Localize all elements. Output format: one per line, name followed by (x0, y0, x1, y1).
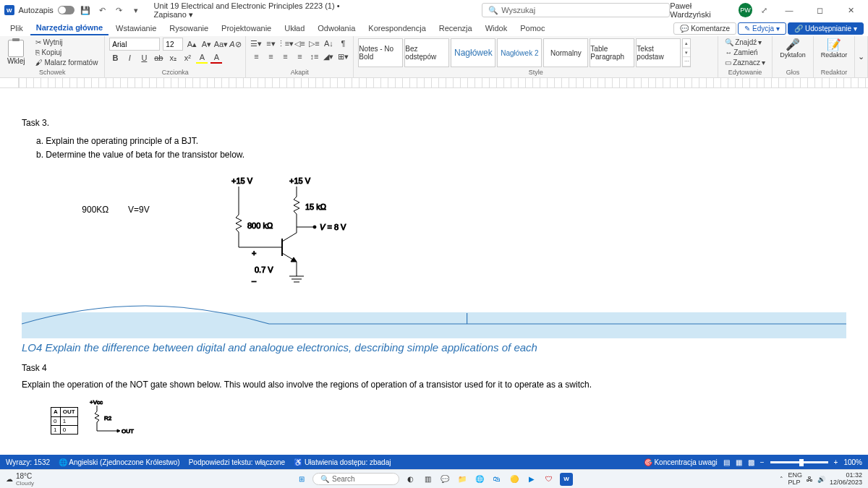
security-icon[interactable]: 🛡 (542, 473, 556, 486)
style-item[interactable]: Normalny (543, 38, 588, 67)
subscript-button[interactable]: x₂ (167, 52, 179, 64)
multilevel-button[interactable]: ⋮≡▾ (279, 38, 291, 49)
chat-icon[interactable]: 💬 (438, 473, 451, 486)
styles-scroll[interactable]: ▴▾⋯ (682, 38, 691, 67)
zoom-level[interactable]: 100% (843, 458, 862, 466)
search-box[interactable]: 🔍 Wyszukaj (482, 3, 670, 17)
zoom-in[interactable]: + (834, 458, 838, 466)
redo-icon[interactable]: ↷ (113, 4, 125, 17)
volume-icon[interactable]: 🔊 (817, 476, 825, 483)
tab-draw[interactable]: Rysowanie (163, 22, 214, 35)
style-item[interactable]: Nagłówek (451, 38, 495, 67)
close-button[interactable]: ✕ (838, 1, 864, 19)
align-right-button[interactable]: ≡ (279, 51, 291, 62)
tab-review[interactable]: Recenzja (433, 22, 478, 35)
ruler[interactable] (0, 78, 868, 88)
bold-button[interactable]: B (109, 52, 121, 64)
editing-mode-button[interactable]: ✎ Edycja ▾ (738, 22, 786, 35)
copy-button[interactable]: ⎘ Kopiuj (33, 48, 100, 57)
style-item[interactable]: Table Paragraph (590, 38, 634, 67)
clear-formatting-button[interactable]: A⊘ (229, 38, 241, 50)
save-icon[interactable]: 💾 (79, 4, 91, 17)
taskbar-search[interactable]: 🔍 Search (312, 473, 399, 485)
format-painter-button[interactable]: 🖌 Malarz formatów (33, 58, 100, 67)
tab-help[interactable]: Pomoc (514, 22, 550, 35)
chrome-icon[interactable]: 🟡 (508, 473, 521, 486)
undo-icon[interactable]: ↶ (95, 4, 108, 17)
comments-button[interactable]: 💬 Komentarze (673, 22, 736, 35)
tab-mailings[interactable]: Korespondencja (362, 22, 432, 35)
align-left-button[interactable]: ≡ (250, 51, 262, 62)
copilot-icon[interactable]: ◐ (404, 473, 417, 486)
document-area[interactable]: Task 3. a. Explain the operating princip… (0, 78, 868, 455)
weather-widget[interactable]: ☁ 18°C Cloudy (6, 472, 34, 487)
system-clock[interactable]: 01:32 12/06/2023 (830, 472, 862, 487)
view-print-icon[interactable]: ▦ (736, 458, 742, 466)
app-icon[interactable]: ▶ (525, 473, 538, 486)
tray-chevron-icon[interactable]: ˄ (780, 476, 783, 483)
dictate-button[interactable]: 🎤 Dyktafon (777, 38, 809, 59)
document-page[interactable]: Task 3. a. Explain the operating princip… (0, 88, 868, 442)
font-name-select[interactable] (109, 38, 160, 51)
shading-button[interactable]: ◢▾ (323, 51, 334, 62)
tab-references[interactable]: Odwołania (312, 22, 361, 35)
style-item[interactable]: Tekst podstaw (636, 38, 681, 67)
document-title[interactable]: Unit 19 Electrical and Electronic Princi… (154, 1, 374, 20)
collapse-ribbon[interactable]: ⌄ (855, 36, 868, 77)
underline-button[interactable]: U (138, 52, 150, 64)
increase-indent-button[interactable]: ▷≡ (308, 38, 320, 49)
borders-button[interactable]: ⊞▾ (337, 51, 349, 62)
tab-home[interactable]: Narzędzia główne (30, 21, 109, 35)
align-center-button[interactable]: ≡ (265, 51, 276, 62)
qat-more-icon[interactable]: ▾ (129, 4, 142, 17)
language-status[interactable]: 🌐 Angielski (Zjednoczone Królestwo) (59, 458, 180, 466)
text-predictions[interactable]: Podpowiedzi tekstu: włączone (189, 458, 285, 466)
start-button[interactable]: ⊞ (295, 473, 308, 486)
user-avatar[interactable]: PW (739, 3, 752, 17)
share-button[interactable]: 🔗 Udostępnianie ▾ (788, 22, 864, 35)
input-lang2[interactable]: PLP (788, 479, 802, 487)
word-count[interactable]: Wyrazy: 1532 (6, 458, 50, 466)
bullets-button[interactable]: ☰▾ (250, 38, 262, 49)
tab-layout[interactable]: Układ (278, 22, 310, 35)
view-web-icon[interactable]: ▩ (748, 458, 754, 466)
strikethrough-button[interactable]: ab (153, 52, 164, 64)
font-size-select[interactable] (163, 38, 183, 51)
numbering-button[interactable]: ≡▾ (265, 38, 276, 49)
cut-button[interactable]: ✂ Wytnij (33, 38, 100, 47)
focus-mode[interactable]: 🎯 Koncentracja uwagi (644, 458, 718, 466)
maximize-button[interactable]: ◻ (807, 1, 833, 19)
replace-button[interactable]: ↔ Zamień (723, 48, 767, 57)
word-taskbar-icon[interactable]: W (560, 473, 573, 486)
tab-view[interactable]: Widok (480, 22, 514, 35)
edge-icon[interactable]: 🌐 (473, 473, 486, 486)
accessibility-status[interactable]: ♿ Ułatwienia dostępu: zbadaj (294, 458, 391, 466)
autosave-toggle[interactable] (58, 6, 75, 14)
store-icon[interactable]: 🛍 (490, 473, 503, 486)
zoom-slider[interactable] (770, 461, 828, 463)
ribbon-display-icon[interactable]: ⤢ (758, 4, 770, 17)
paste-button[interactable]: Wklej (4, 38, 27, 67)
editor-button[interactable]: 📝 Redaktor (818, 38, 850, 59)
view-read-icon[interactable]: ▤ (723, 458, 730, 466)
tab-design[interactable]: Projektowanie (216, 22, 277, 35)
line-spacing-button[interactable]: ↕≡ (308, 51, 320, 62)
explorer-icon[interactable]: 📁 (456, 473, 469, 486)
change-case-button[interactable]: Aa▾ (215, 38, 226, 50)
style-item[interactable]: Nagłówek 2 (497, 38, 542, 67)
select-button[interactable]: ▭ Zaznacz ▾ (723, 58, 767, 67)
show-marks-button[interactable]: ¶ (337, 38, 349, 49)
network-icon[interactable]: 🖧 (807, 476, 813, 483)
sort-button[interactable]: A↓ (323, 38, 334, 49)
tab-insert[interactable]: Wstawianie (110, 22, 162, 35)
justify-button[interactable]: ≡ (294, 51, 305, 62)
style-item[interactable]: Bez odstępów (404, 38, 449, 67)
find-button[interactable]: 🔍 Znajdź ▾ (723, 38, 767, 47)
italic-button[interactable]: I (124, 52, 135, 64)
style-item[interactable]: Notes - No Bold (358, 38, 403, 67)
zoom-out[interactable]: − (760, 458, 765, 466)
tab-file[interactable]: Plik (4, 22, 29, 35)
task-view-icon[interactable]: ▥ (421, 473, 434, 486)
minimize-button[interactable]: — (777, 1, 802, 19)
grow-font-button[interactable]: A▴ (186, 38, 197, 50)
